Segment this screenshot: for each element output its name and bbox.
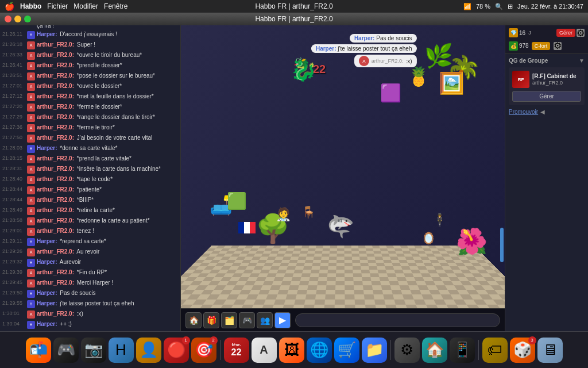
group-badge-text: RF xyxy=(518,77,524,82)
flag-blue xyxy=(238,222,244,233)
dock-photos-icon[interactable]: 🖼 xyxy=(279,338,304,363)
aide-button[interactable]: Gérer xyxy=(556,29,575,37)
message-timestamp: 21:29:11 xyxy=(2,238,25,245)
promote-link[interactable]: Promouvoir xyxy=(509,109,538,115)
stats-bar: 💎 16 J Gérer ⚙ 💰 978 C-fort ⚙ xyxy=(505,25,588,54)
habbo-icons-left: 🏠 🎁 🗂️ 🎮 👥 ▶ xyxy=(185,312,291,328)
message-text: Harper: Aurevoir xyxy=(37,258,178,266)
game-chat-input[interactable] xyxy=(295,313,500,327)
message-username: Harper: xyxy=(37,290,57,296)
message-text: arthur_FR2.0: *prend la carte vitale* xyxy=(37,155,178,162)
chat-message: 21:28:31 A arthur_FR2.0: *insère la cart… xyxy=(0,164,180,175)
minimize-button[interactable] xyxy=(14,16,21,22)
dock-camera-icon[interactable]: 📷 xyxy=(81,338,106,363)
message-username: arthur_FR2.0: xyxy=(37,248,74,255)
menu-modifier[interactable]: Modifier xyxy=(74,2,98,10)
dock-browser-icon[interactable]: 🌐 xyxy=(307,338,332,363)
dock-extra-icon[interactable]: 🖥 xyxy=(537,338,563,363)
search-icon[interactable]: 🔍 xyxy=(495,3,503,10)
message-avatar: A xyxy=(27,186,35,194)
dock-game-icon[interactable]: 🎯 xyxy=(191,338,216,363)
message-avatar: A xyxy=(27,248,35,256)
message-text: arthur_FR2.0: Au revoir xyxy=(37,248,178,255)
french-flag xyxy=(238,222,256,233)
dock-game3-icon[interactable]: 🏷 xyxy=(482,338,508,363)
flag-red xyxy=(250,222,256,233)
message-username: Harper: xyxy=(37,259,57,265)
habbo-btn-3[interactable]: 🗂️ xyxy=(221,312,237,328)
dock-red-icon[interactable]: 🔴 xyxy=(164,338,189,363)
table-icon: 🪞 xyxy=(421,231,436,245)
message-text: Harper: j'te laisse poster tout ça eheh xyxy=(37,300,178,307)
message-avatar: H xyxy=(27,300,35,308)
message-text: arthur_FR2.0: tenez ! xyxy=(37,227,178,235)
chat-messages-list[interactable]: 21:26:01 A arthur_FR2.0: Essayez de fair… xyxy=(0,25,180,331)
habbo-btn-1[interactable]: 🏠 xyxy=(185,312,202,328)
message-avatar: H xyxy=(27,238,35,246)
habbo-btn-2[interactable]: 🎁 xyxy=(203,312,219,328)
dock-habbo-icon[interactable]: 🎮 xyxy=(53,338,79,363)
settings-icon[interactable]: ⚙ xyxy=(577,29,585,37)
chat-message: 21:27:36 A arthur_FR2.0: *ferme le tiroi… xyxy=(0,123,180,133)
menu-fichier[interactable]: Fichier xyxy=(47,2,68,10)
dock-avatar-icon[interactable]: 👤 xyxy=(136,338,161,363)
control-center-icon[interactable]: ⊞ xyxy=(508,3,513,10)
message-text: arthur_FR2.0: *range le dossier dans le … xyxy=(37,113,178,121)
chat-message: 21:27:01 A arthur_FR2.0: *ouvre le dossi… xyxy=(0,82,180,92)
message-username: arthur_FR2.0: xyxy=(37,176,74,182)
dock-appstore-icon[interactable]: 🛒 xyxy=(334,338,359,363)
app-name[interactable]: Habbo xyxy=(20,2,41,10)
dock-calendar-icon[interactable]: févr. 22 xyxy=(224,338,249,363)
bubble-3-text: :x) xyxy=(405,58,412,64)
chat-message: 1:30:01 A arthur_FR2.0: :x) xyxy=(0,309,180,320)
habbo-btn-5[interactable]: 👥 xyxy=(257,312,273,328)
apple-logo-icon[interactable]: 🍎 xyxy=(5,2,14,11)
chat-panel: 21:26:01 A arthur_FR2.0: Essayez de fair… xyxy=(0,25,181,331)
message-avatar: A xyxy=(27,72,35,80)
message-timestamp: 21:26:51 xyxy=(2,72,25,79)
dock-font-icon[interactable]: A xyxy=(252,338,277,363)
close-button[interactable] xyxy=(5,16,11,22)
message-avatar: A xyxy=(27,114,35,122)
maximize-button[interactable] xyxy=(24,16,31,22)
dock-game4-icon[interactable]: 🎲 xyxy=(510,338,535,363)
message-avatar: A xyxy=(27,197,35,205)
group-name: [R.F] Cabinet de xyxy=(532,73,577,80)
dock-mail-icon[interactable]: 📬 xyxy=(26,338,51,363)
message-timestamp: 21:27:01 xyxy=(2,83,25,90)
flower-icon: 🌺 xyxy=(456,227,488,256)
message-avatar: A xyxy=(27,41,35,49)
dock-home-icon[interactable]: 🏠 xyxy=(422,338,447,363)
chat-message: 21:28:58 A arthur_FR2.0: *redonne la car… xyxy=(0,216,180,227)
message-username: arthur_FR2.0: xyxy=(37,52,74,58)
manage-button[interactable]: Gérer xyxy=(512,91,581,102)
group-subname: arthur_FR2.0 xyxy=(532,80,577,86)
game-area[interactable]: 🌴 🌿 🐉 22 🟪 🛋️ 🟩 xyxy=(181,25,505,331)
scroll-indicator[interactable] xyxy=(500,228,504,262)
right-panel: 💎 16 J Gérer ⚙ 💰 978 C-fort ⚙ QG de Grou… xyxy=(505,25,588,331)
message-timestamp: 21:27:12 xyxy=(2,93,25,100)
message-avatar: H xyxy=(27,290,35,298)
bubble-1-text: Pas de soucis xyxy=(376,35,412,41)
message-username: arthur_FR2.0: xyxy=(37,62,74,68)
dock-habbo2-icon[interactable]: H xyxy=(109,338,134,363)
cfort-settings-icon[interactable]: ⚙ xyxy=(554,42,562,50)
chat-message: 21:29:39 A arthur_FR2.0: *Fin du RP* xyxy=(0,268,180,278)
message-avatar: A xyxy=(27,124,35,132)
habbo-btn-arrow[interactable]: ▶ xyxy=(274,312,291,328)
cfort-button[interactable]: C-fort xyxy=(532,42,551,50)
message-avatar: A xyxy=(27,93,35,101)
dock-settings-icon[interactable]: ⚙ xyxy=(394,338,420,363)
bubble-1: Harper: Pas de soucis xyxy=(350,34,417,43)
chat-message: 21:26:18 A arthur_FR2.0: Super ! xyxy=(0,40,180,51)
dock-finder-icon[interactable]: 📁 xyxy=(362,338,387,363)
message-username: arthur_FR2.0: xyxy=(37,279,74,286)
message-timestamp: 21:28:15 xyxy=(2,155,25,162)
message-text: Harper: Pas de soucis xyxy=(37,289,178,297)
arthur-avatar-bubble: A xyxy=(359,56,369,66)
chat-message: 21:29:01 A arthur_FR2.0: tenez ! xyxy=(0,227,180,237)
habbo-btn-4[interactable]: 🎮 xyxy=(239,312,255,328)
group-expand-icon[interactable]: ▼ xyxy=(579,57,585,64)
menu-fenetre[interactable]: Fenêtre xyxy=(104,2,127,10)
dock-ios-icon[interactable]: 📱 xyxy=(450,338,475,363)
